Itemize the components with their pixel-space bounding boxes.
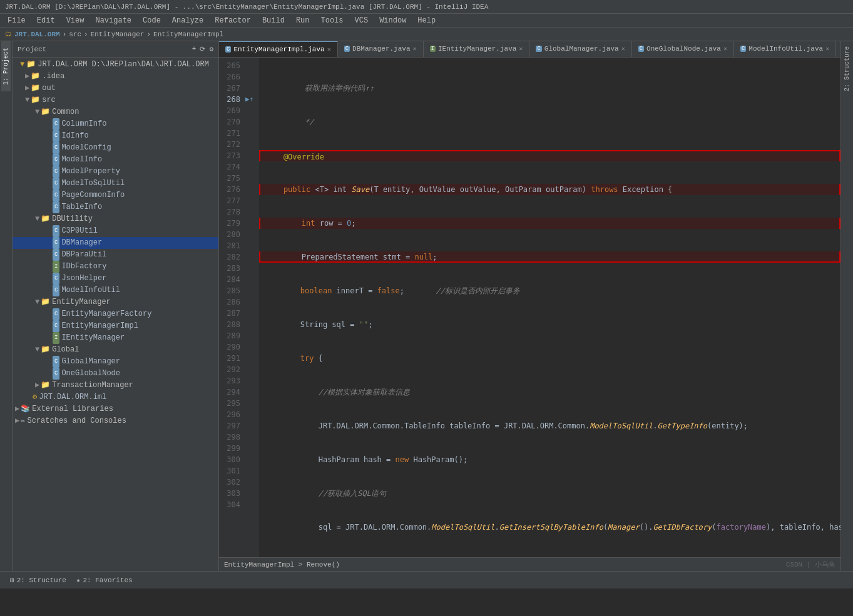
tree-scratches[interactable]: ▶ ✏ Scratches and Consoles <box>13 415 218 427</box>
tab-modelinfoutil[interactable]: C ModelInfoUtil.java ✕ <box>734 41 836 57</box>
menu-tools[interactable]: Tools <box>316 15 349 26</box>
menu-window[interactable]: Window <box>374 15 411 26</box>
tab-project[interactable]: 1: Project <box>1 41 11 91</box>
editor-content[interactable]: 265 266 267 268 269 270 271 272 273 274 … <box>219 58 840 557</box>
code-line-276: HashParam hash = new HashParam(); <box>259 454 840 465</box>
tree-external-libs[interactable]: ▶ 📚 External Libraries <box>13 403 218 415</box>
code-line-272: String sql = ""; <box>259 319 840 330</box>
tree-src[interactable]: ▼ 📁 src <box>13 94 218 106</box>
line-numbers: 265 266 267 268 269 270 271 272 273 274 … <box>219 58 244 557</box>
menu-bar: File Edit View Navigate Code Analyze Ref… <box>0 14 853 28</box>
tree-out[interactable]: ▶ 📁 out <box>13 83 218 94</box>
tree-idinfo[interactable]: C IdInfo <box>13 130 218 142</box>
tree-modelinfo[interactable]: C ModelInfo <box>13 154 218 166</box>
code-line-275: JRT.DAL.ORM.Common.TableInfo tableInfo =… <box>259 420 840 432</box>
editor-area: C EntityManagerImpl.java ✕ C DBManager.j… <box>219 41 840 571</box>
right-sidebar: 2: Structure <box>840 41 853 571</box>
tab-globalmanager[interactable]: C GlobalManager.java ✕ <box>529 41 631 57</box>
project-title: Project <box>18 46 46 53</box>
tabs-bar: C EntityManagerImpl.java ✕ C DBManager.j… <box>219 41 840 58</box>
tree-ientitymanager[interactable]: I IEntityManager <box>13 332 218 344</box>
menu-refactor[interactable]: Refactor <box>210 15 256 26</box>
tree-entitymanagerfactory[interactable]: C EntityManagerFactory <box>13 308 218 320</box>
menu-build[interactable]: Build <box>257 15 290 26</box>
menu-run[interactable]: Run <box>291 15 315 26</box>
tree-c3p0util[interactable]: C C3P0Util <box>13 225 218 237</box>
tree-dbutility[interactable]: ▼ 📁 DBUtility <box>13 213 218 225</box>
tree-iml[interactable]: ⚙ JRT.DAL.ORM.iml <box>13 391 218 403</box>
bottom-tab-structure[interactable]: ⊞ 2: Structure <box>5 573 71 587</box>
breadcrumb-src[interactable]: src <box>69 31 81 38</box>
tab-close-4[interactable]: ✕ <box>621 45 625 53</box>
left-sidebar-tabs: 1: Project <box>0 41 13 571</box>
title-bar: JRT.DAL.ORM [D:\JREPlan\DAL\JRT.DAL.ORM]… <box>0 0 853 14</box>
tab-close-6[interactable]: ✕ <box>825 45 829 53</box>
tree-entitymanager-folder[interactable]: ▼ 📁 EntityManager <box>13 296 218 308</box>
project-panel-header: Project + ⟳ ⚙ <box>13 41 218 58</box>
menu-navigate[interactable]: Navigate <box>90 15 136 26</box>
breadcrumb-file[interactable]: EntityManagerImpl <box>153 31 223 38</box>
code-line-278: sql = JRT.DAL.ORM.Common.ModelToSqlUtil.… <box>259 522 840 533</box>
editor-breadcrumb: EntityManagerImpl > Remove() <box>224 561 340 568</box>
code-line-273: try { <box>259 353 840 364</box>
breadcrumb-entitymanager[interactable]: EntityManager <box>91 31 145 38</box>
gutter: ▶↑ <box>244 58 259 557</box>
tree-jsonhelper[interactable]: C JsonHelper <box>13 273 218 285</box>
code-line-271: boolean innerT = false; //标识是否内部开启事务 <box>259 285 840 296</box>
tree-idbfactory[interactable]: I IDbFactory <box>13 261 218 273</box>
tree-modelproperty[interactable]: C ModelProperty <box>13 166 218 178</box>
code-line-266: */ <box>259 116 840 128</box>
tree-oneglobalnode[interactable]: C OneGlobalNode <box>13 368 218 380</box>
tree-entitymanagerimpl[interactable]: C EntityManagerImpl <box>13 320 218 332</box>
tree-idea[interactable]: ▶ 📁 .idea <box>13 71 218 83</box>
tree-common[interactable]: ▼ 📁 Common <box>13 106 218 118</box>
tree-dbmanager[interactable]: C DBManager <box>13 237 218 249</box>
project-settings-icon[interactable]: ⚙ <box>209 45 213 53</box>
code-line-269: int row = 0; <box>259 218 840 229</box>
bottom-tabs-bar: ⊞ 2: Structure ★ 2: Favorites <box>0 571 853 588</box>
tree-globalmanager[interactable]: C GlobalManager <box>13 356 218 368</box>
code-line-265: 获取用法举例代码↑↑ <box>259 83 840 94</box>
code-line-268: public <T> int Save(T entity, OutValue o… <box>259 184 840 195</box>
menu-file[interactable]: File <box>3 15 31 26</box>
menu-code[interactable]: Code <box>138 15 166 26</box>
tab-oneglobalnode[interactable]: C OneGlobalNode.java ✕ <box>632 41 734 57</box>
right-tab-structure[interactable]: 2: Structure <box>842 41 852 96</box>
tree-dbparautil[interactable]: C DBParaUtil <box>13 249 218 261</box>
tab-close-5[interactable]: ✕ <box>723 45 727 53</box>
menu-vcs[interactable]: VCS <box>350 15 374 26</box>
editor-bottom-bar: EntityManagerImpl > Remove() CSDN | 小乌鱼 <box>219 557 840 571</box>
tree-modelinfoutil[interactable]: C ModelInfoUtil <box>13 285 218 296</box>
tree-pagecommoninfo[interactable]: C PageCommonInfo <box>13 189 218 201</box>
project-sync-icon[interactable]: ⟳ <box>200 45 205 53</box>
menu-help[interactable]: Help <box>412 15 441 26</box>
menu-analyze[interactable]: Analyze <box>167 15 208 26</box>
editor-brand: CSDN | 小乌鱼 <box>786 560 835 569</box>
project-tree: ▼ 📁 JRT.DAL.ORM D:\JREPlan\DAL\JRT.DAL.O… <box>13 58 218 571</box>
tab-close-3[interactable]: ✕ <box>519 45 523 53</box>
menu-view[interactable]: View <box>61 15 89 26</box>
tab-close-2[interactable]: ✕ <box>413 45 417 53</box>
menu-edit[interactable]: Edit <box>32 15 60 26</box>
tree-tableinfo[interactable]: C TableInfo <box>13 201 218 213</box>
breadcrumb-project[interactable]: JRT.DAL.ORM <box>14 31 60 38</box>
tree-root-label: JRT.DAL.ORM D:\JREPlan\DAL\JRT.DAL.ORM <box>38 59 209 71</box>
code-editor[interactable]: 获取用法举例代码↑↑ */ @Override public <T> int S… <box>259 58 840 557</box>
tree-transactionmanager[interactable]: ▶ 📁 TransactionManager <box>13 380 218 391</box>
tab-dbmanager[interactable]: C DBManager.java ✕ <box>338 41 424 57</box>
code-line-267: @Override <box>259 150 840 161</box>
project-add-icon[interactable]: + <box>192 45 197 53</box>
project-panel: Project + ⟳ ⚙ ▼ 📁 JRT.DAL.ORM D:\JREPlan… <box>13 41 219 571</box>
tree-columninfo[interactable]: C ColumnInfo <box>13 118 218 130</box>
tree-modeltosqlutil[interactable]: C ModelToSqlUtil <box>13 178 218 189</box>
title-text: JRT.DAL.ORM [D:\JREPlan\DAL\JRT.DAL.ORM]… <box>5 3 488 11</box>
tab-close-1[interactable]: ✕ <box>327 46 331 53</box>
tree-root[interactable]: ▼ 📁 JRT.DAL.ORM D:\JREPlan\DAL\JRT.DAL.O… <box>13 59 218 71</box>
tab-ientitymanager[interactable]: I IEntityManager.java ✕ <box>424 41 530 57</box>
tree-global-folder[interactable]: ▼ 📁 Global <box>13 344 218 356</box>
bottom-tab-favorites[interactable]: ★ 2: Favorites <box>71 573 138 587</box>
code-line-274: //根据实体对象获取表信息 <box>259 386 840 398</box>
code-line-270: PreparedStatement stmt = null; <box>259 251 840 263</box>
tab-entitymanagerimpl[interactable]: C EntityManagerImpl.java ✕ <box>219 41 338 57</box>
tree-modelconfig[interactable]: C ModelConfig <box>13 142 218 154</box>
